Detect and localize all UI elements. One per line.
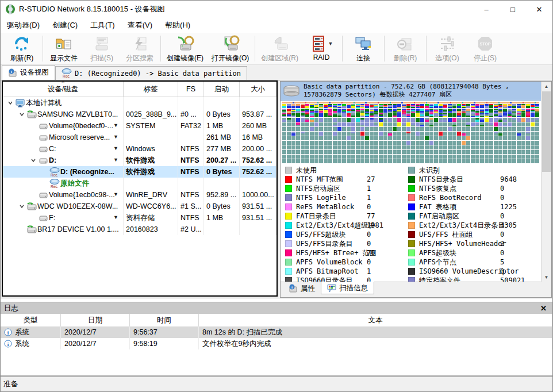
volume-dropdown-icon[interactable]: ▼ (113, 191, 118, 197)
tree-cell-fs: #1 S... (178, 201, 204, 212)
scan-block (503, 155, 507, 159)
scan-block (521, 159, 525, 163)
legend-item: APFS VolumeBlock0 (285, 258, 377, 267)
scan-pane-tab-0[interactable]: i属性 (283, 282, 321, 295)
toolbar-button-8[interactable]: 连接 (344, 33, 382, 64)
scan-block (429, 141, 433, 145)
volume-dropdown-icon[interactable]: ▼ (113, 145, 118, 151)
menu-item-1[interactable]: 创建(C) (46, 18, 84, 33)
legend-item: NTFS LogFile1 (285, 193, 377, 202)
maximize-button[interactable]: □ (500, 1, 526, 18)
minimize-button[interactable]: – (473, 1, 500, 18)
scan-block (291, 104, 295, 108)
scan-block (402, 122, 406, 126)
log-column-header-3[interactable]: 文本 (199, 314, 552, 326)
scan-block (328, 127, 332, 131)
scan-block (517, 141, 521, 145)
scan-block (351, 113, 355, 117)
tree-row-10[interactable]: F:▼资料存储NTFS1 MB931.51 ... (3, 212, 276, 224)
scan-block (393, 136, 397, 140)
toolbar-button-2: 扫描(S) (83, 33, 121, 64)
scan-block (328, 141, 332, 145)
tree-column-header-1[interactable]: 标签 (124, 82, 178, 97)
tree-column-header-3[interactable]: 启动 (204, 82, 240, 97)
tree-row-11[interactable]: BR17 DEVICE V1.00 1....20160823#2 U... (3, 224, 276, 235)
toolbar-button-0[interactable]: 刷新(R) (3, 33, 41, 64)
chevron-down-icon[interactable] (18, 203, 26, 209)
chevron-down-icon[interactable] (18, 112, 26, 117)
volume-dropdown-icon[interactable]: ▼ (113, 157, 118, 163)
volume-dropdown-icon[interactable]: ▼ (113, 134, 118, 140)
scan-pane-tab-1[interactable]: 扫描信息 (321, 282, 374, 294)
scan-block (416, 150, 420, 154)
tree-row-6[interactable]: Rec.D: (Recognize...软件游戏NTFS0 Bytes752.6… (3, 166, 276, 178)
close-button[interactable]: ✕ (526, 1, 552, 18)
scan-block (287, 122, 291, 126)
toolbar-button-4[interactable]: 创建镜像(E) (163, 33, 208, 64)
scan-block (434, 150, 438, 154)
scan-block (480, 150, 484, 154)
scan-block (305, 136, 309, 140)
scan-block (439, 159, 443, 163)
toolbar-button-5[interactable]: 打开镜像(O) (208, 33, 253, 64)
scan-block (360, 155, 364, 159)
toolbar-button-label: 创建区域(R) (261, 53, 298, 63)
scan-block (411, 132, 415, 136)
log-column-header-0[interactable]: 类型 (1, 314, 61, 326)
view-tab-0[interactable]: i设备视图 (2, 65, 55, 80)
chevron-down-icon[interactable] (6, 100, 14, 106)
tree-row-7[interactable]: Rec.原始文件 (3, 178, 276, 189)
menu-item-0[interactable]: 驱动器(D) (1, 18, 46, 33)
log-column-header-2[interactable]: 时间 (130, 314, 199, 326)
tree-column-header-0[interactable]: 设备/磁盘^ (3, 82, 124, 97)
tree-row-8[interactable]: Volume{1ecb0c98-...▼WinRE_DRVNTFS952.89 … (3, 189, 276, 201)
scan-block (429, 150, 433, 154)
tree-row-3[interactable]: Microsoft reserve...▼261 MB16 MB (3, 132, 276, 143)
scrollbar-thumb[interactable] (542, 91, 551, 172)
log-row-1[interactable]: i系统2020/12/79:58:19文件枚举在9秒内完成 (1, 338, 552, 349)
scan-block (296, 122, 300, 126)
scan-block (305, 122, 309, 126)
scroll-up-icon[interactable]: ▲ (542, 82, 551, 91)
vertical-scrollbar[interactable]: ▲ ▼ (541, 82, 551, 282)
volume-dropdown-icon[interactable]: ▼ (113, 122, 118, 128)
menu-item-4[interactable]: 帮助(H) (159, 18, 197, 33)
scan-block (370, 127, 374, 131)
scan-block (494, 122, 498, 126)
tree-row-1[interactable]: SAMSUNG MZVLB1T0...0025_388B_9...#0 ...0… (3, 109, 276, 120)
scan-block (291, 141, 295, 145)
toolbar-button-1[interactable]: 显示文件 (45, 33, 83, 64)
partition-header: Basic data partition - 752.62 GB (808121… (281, 82, 542, 101)
app-icon (5, 4, 16, 14)
partition-header-text: Basic data partition - 752.62 GB (808121… (304, 83, 539, 99)
scan-block (420, 113, 424, 117)
menu-item-2[interactable]: 工具(T) (84, 18, 121, 33)
scan-block (512, 127, 516, 131)
scan-block (291, 118, 295, 122)
chevron-down-icon[interactable] (29, 157, 37, 163)
view-tab-1[interactable]: Rec.D: (Recognized0) -> Basic data parti… (55, 66, 247, 80)
tree-row-5[interactable]: D:▼软件游戏NTFS200.27 ...752.62 ... (3, 155, 276, 166)
chevron-down-icon[interactable]: ▼ (328, 41, 333, 47)
toolbar-button-7[interactable]: ▼RAID (302, 33, 340, 64)
toolbar-button-label: RAID (313, 53, 330, 62)
volume-dropdown-icon[interactable]: ▼ (113, 214, 118, 220)
menu-item-3[interactable]: 查看(V) (121, 18, 159, 33)
scan-block (517, 127, 521, 131)
tree-row-9[interactable]: WDC WD10EZEX-08W...WD-WCC6Y6...#1 S...0 … (3, 201, 276, 212)
tree-column-header-2[interactable]: FS (178, 82, 204, 97)
scan-block (342, 127, 346, 131)
tree-row-0[interactable]: 本地计算机 (3, 97, 276, 109)
log-column-header-1[interactable]: 日期 (61, 314, 130, 326)
scan-block (374, 145, 378, 149)
hdd-icon (26, 225, 37, 233)
tree-row-2[interactable]: Volume{0bedecf0-...▼SYSTEMFAT321 MB260 M… (3, 120, 276, 132)
log-row-0[interactable]: i系统2020/12/79:56:378m 12s 的 D: 扫描已完成 (1, 326, 552, 338)
tree-column-header-4[interactable]: 大小 (240, 82, 276, 97)
tree-row-4[interactable]: C:▼WindowsNTFS277 MB200.00 ... (3, 143, 276, 155)
log-close-icon[interactable]: ✕ (540, 304, 547, 313)
scroll-down-icon[interactable]: ▼ (542, 272, 551, 282)
scan-block (416, 122, 420, 126)
scan-block (397, 159, 401, 163)
toolbar-button-label: 扫描(S) (90, 53, 113, 63)
